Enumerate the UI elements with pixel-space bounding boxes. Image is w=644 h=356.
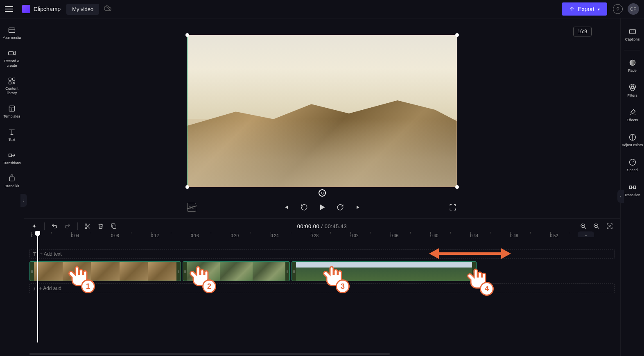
fit-button[interactable]	[605, 221, 615, 231]
sidebar-right-expand-button[interactable]: ‹	[617, 190, 624, 203]
sidebar-brand-kit[interactable]: Brand kit	[0, 171, 24, 192]
split-button[interactable]	[83, 221, 93, 231]
export-label: Export	[578, 6, 594, 12]
svg-rect-8	[9, 177, 14, 181]
adjust-colors-icon	[628, 133, 637, 141]
media-icon	[8, 26, 16, 34]
sidebar-your-media[interactable]: Your media	[0, 23, 24, 43]
clip-handle-left[interactable]: ||	[183, 262, 187, 281]
ruler-tick: 0:16	[191, 234, 199, 238]
zoom-in-button[interactable]	[592, 221, 601, 231]
clip-handle-right[interactable]: ||	[176, 262, 181, 281]
timeline-tracks: T + Add text || || || || Trees	[24, 242, 620, 356]
zoom-out-button[interactable]	[578, 221, 588, 231]
sidebar-record-create[interactable]: Record & create	[0, 46, 24, 71]
fullscreen-button[interactable]	[448, 203, 457, 212]
transitions-icon	[8, 151, 16, 159]
camera-icon	[8, 49, 16, 57]
help-button[interactable]: ?	[613, 4, 623, 14]
clip-handle-left[interactable]: ||	[30, 262, 34, 281]
app-logo[interactable]: Clipchamp	[22, 5, 61, 13]
aspect-ratio-button[interactable]: 16:9	[573, 27, 592, 36]
total-time: 00:45.43	[325, 223, 347, 229]
video-clip-2[interactable]: || ||	[183, 261, 290, 281]
svg-rect-17	[629, 29, 635, 34]
clipchamp-icon	[22, 5, 30, 13]
playback-controls: CC	[187, 203, 457, 212]
library-icon	[8, 77, 16, 85]
main-area: 16:9 ↻ CC	[24, 18, 620, 356]
svg-rect-6	[9, 106, 14, 111]
svg-rect-4	[13, 78, 15, 81]
sidebar-captions[interactable]: Captions	[621, 23, 644, 46]
ruler-tick: 0:48	[510, 234, 518, 238]
svg-rect-24	[629, 186, 631, 188]
undo-button[interactable]	[50, 221, 59, 231]
app-name: Clipchamp	[34, 6, 61, 12]
timeline-ruler[interactable]: 00:040:080:120:160:200:240:280:320:360:4…	[29, 234, 615, 242]
play-button[interactable]	[318, 203, 327, 212]
forward-button[interactable]	[336, 203, 345, 212]
resize-handle-bl[interactable]	[185, 185, 189, 189]
sidebar-fade[interactable]: Fade	[621, 54, 644, 77]
skip-back-button[interactable]	[282, 203, 291, 212]
timeline-toolbar: ✦ 00:00.00	[24, 219, 620, 234]
sidebar-effects[interactable]: Effects	[621, 104, 644, 127]
sidebar-content-library[interactable]: Content library	[0, 73, 24, 99]
horizontal-scrollbar[interactable]	[29, 353, 390, 355]
timeline-section: ✦ 00:00.00	[24, 218, 620, 356]
cloud-sync-icon[interactable]	[104, 5, 111, 14]
brand-kit-icon	[8, 174, 16, 182]
redo-button[interactable]	[63, 221, 72, 231]
sidebar-speed[interactable]: Speed	[621, 154, 644, 177]
menu-button[interactable]	[5, 4, 15, 14]
ruler-tick: 0:32	[350, 234, 358, 238]
text-track-placeholder[interactable]: T + Add text	[29, 249, 615, 259]
sidebar-transitions[interactable]: Transitions	[0, 148, 24, 169]
sidebar-text[interactable]: Text	[0, 125, 24, 145]
ruler-tick: 0	[31, 234, 34, 238]
duplicate-button[interactable]	[109, 221, 119, 231]
clip-handle-right[interactable]: ||	[472, 262, 476, 281]
sidebar-right: Captions Fade Filters Effects Adjust col…	[620, 18, 644, 356]
svg-point-10	[85, 227, 87, 229]
preview-frame[interactable]: ↻	[187, 35, 457, 187]
resize-handle-br[interactable]	[455, 185, 459, 189]
rotate-handle[interactable]: ↻	[319, 189, 326, 197]
svg-rect-2	[9, 52, 14, 55]
delete-button[interactable]	[96, 221, 106, 231]
rewind-button[interactable]	[300, 203, 309, 212]
resize-handle-tl[interactable]	[185, 33, 189, 37]
user-avatar[interactable]: CP	[628, 3, 639, 15]
auto-compose-button[interactable]: ✦	[29, 221, 39, 231]
video-clip-3[interactable]: Trees in mountains || ||	[291, 261, 477, 281]
sidebar-transition[interactable]: Transition	[621, 179, 644, 202]
audio-track-placeholder[interactable]: ♪ + Add aud	[29, 283, 615, 293]
skip-forward-button[interactable]	[354, 203, 363, 212]
export-button[interactable]: Export ▾	[562, 2, 607, 16]
sidebar-adjust-colors[interactable]: Adjust colors	[621, 129, 644, 152]
header: Clipchamp My video Export ▾ ? CP	[0, 0, 644, 18]
clip-handle-left[interactable]: ||	[292, 262, 296, 281]
video-track: || || || || Trees in mountains || ||	[29, 261, 615, 281]
captions-toggle[interactable]: CC	[187, 203, 196, 212]
video-clip-1[interactable]: || ||	[29, 261, 181, 281]
sidebar-filters[interactable]: Filters	[621, 79, 644, 102]
svg-rect-11	[113, 225, 116, 228]
svg-point-9	[85, 224, 87, 225]
svg-rect-1	[9, 28, 15, 33]
ruler-tick: 0:40	[430, 234, 438, 238]
filters-icon	[628, 84, 637, 92]
timeline-collapse-button[interactable]: ⌄	[578, 231, 594, 237]
ruler-tick: 0:08	[111, 234, 119, 238]
clip-handle-right[interactable]: ||	[285, 262, 289, 281]
video-title-button[interactable]: My video	[66, 4, 99, 15]
transition-icon	[628, 183, 637, 191]
resize-handle-tr[interactable]	[455, 33, 459, 37]
time-display: 00:00.00 / 00:45.43	[297, 223, 347, 229]
ruler-tick: 0:24	[271, 234, 278, 238]
ruler-tick: 0:52	[550, 234, 558, 238]
preview-image	[188, 35, 457, 187]
sidebar-templates[interactable]: Templates	[0, 101, 24, 122]
playhead[interactable]	[35, 231, 40, 237]
